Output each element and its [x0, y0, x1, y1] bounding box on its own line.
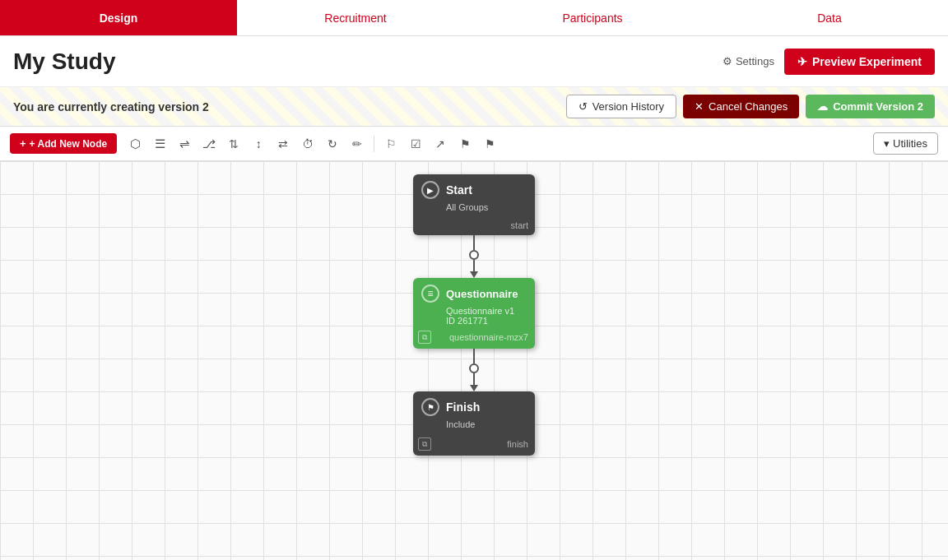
questionnaire-node-icon: ≡: [421, 285, 439, 303]
toolbar-icon-random[interactable]: ⇌: [173, 132, 196, 155]
toolbar-icon-flag-outline[interactable]: ⚐: [379, 132, 402, 155]
toolbar-icon-check[interactable]: ☑: [404, 132, 427, 155]
flow-container: ▶ Start All Groups start ≡ Questionnaire…: [413, 174, 535, 456]
copy-icon[interactable]: ⧉: [418, 331, 431, 344]
toolbar-icon-arrow[interactable]: ↕: [247, 132, 270, 155]
preview-experiment-button[interactable]: ✈ Preview Experiment: [784, 49, 935, 75]
toolbar-icon-clock[interactable]: ⏱: [296, 132, 319, 155]
toolbar-icon-external[interactable]: ↗: [429, 132, 452, 155]
toolbar-icon-tag[interactable]: ✏: [346, 132, 369, 155]
nav-recruitment[interactable]: Recruitment: [237, 0, 474, 35]
chevron-down-icon: ▾: [884, 137, 890, 150]
toolbar-icon-sort[interactable]: ⇅: [222, 132, 245, 155]
toolbar-icon-exchange[interactable]: ⇄: [272, 132, 295, 155]
banner-buttons: ↺ Version History ✕ Cancel Changes ☁ Com…: [566, 95, 935, 118]
questionnaire-node-footer: ⧉ questionnaire-mzx7: [413, 327, 535, 349]
toolbar-icon-list[interactable]: ☰: [148, 132, 171, 155]
finish-node[interactable]: ⚑ Finish Include ⧉ finish: [413, 391, 535, 456]
commit-version-button[interactable]: ☁ Commit Version 2: [806, 95, 935, 118]
nav-participants[interactable]: Participants: [474, 0, 711, 35]
version-history-button[interactable]: ↺ Version History: [566, 95, 676, 118]
add-node-button[interactable]: + + Add New Node: [10, 133, 117, 154]
cloud-icon: ☁: [817, 100, 828, 113]
page-header: My Study ⚙ Settings ✈ Preview Experiment: [0, 36, 948, 87]
canvas: ▶ Start All Groups start ≡ Questionnaire…: [0, 161, 948, 560]
connector-1: [469, 235, 479, 278]
toolbar-separator-1: [374, 136, 374, 152]
toolbar-icon-flag3[interactable]: ⚑: [478, 132, 501, 155]
utilities-button[interactable]: ▾ Utilities: [873, 132, 938, 155]
start-node-title: Start: [446, 183, 472, 197]
cancel-changes-button[interactable]: ✕ Cancel Changes: [683, 95, 799, 118]
questionnaire-node-title: Questionnaire: [446, 288, 518, 300]
finish-node-icon: ⚑: [421, 398, 439, 416]
send-icon: ✈: [797, 55, 807, 68]
connector-2: [469, 349, 479, 391]
page-title: My Study: [13, 49, 115, 75]
nav-data[interactable]: Data: [711, 0, 948, 35]
cancel-icon: ✕: [695, 100, 704, 113]
start-node-icon: ▶: [421, 181, 439, 199]
toolbar-icon-flag2[interactable]: ⚑: [453, 132, 476, 155]
finish-copy-icon[interactable]: ⧉: [418, 437, 431, 451]
toolbar: + + Add New Node ⬡ ☰ ⇌ ⎇ ⇅ ↕ ⇄ ⏱ ↻ ✏ ⚐ ☑…: [0, 127, 948, 161]
questionnaire-node-id: ID 261771: [413, 316, 535, 327]
toolbar-icon-share[interactable]: ⎇: [198, 132, 221, 155]
finish-node-subtitle: Include: [413, 419, 535, 434]
top-nav: Design Recruitment Participants Data: [0, 0, 948, 36]
toolbar-icon-box[interactable]: ⬡: [123, 132, 146, 155]
settings-link[interactable]: ⚙ Settings: [723, 55, 774, 67]
version-message: You are currently creating version 2: [13, 100, 209, 113]
questionnaire-node[interactable]: ≡ Questionnaire Questionnaire v1 ID 2617…: [413, 278, 535, 349]
finish-node-title: Finish: [446, 400, 480, 414]
start-node[interactable]: ▶ Start All Groups start: [413, 174, 535, 235]
finish-node-footer: ⧉ finish: [413, 434, 535, 456]
nav-design[interactable]: Design: [0, 0, 237, 35]
header-actions: ⚙ Settings ✈ Preview Experiment: [723, 49, 935, 75]
gear-icon: ⚙: [723, 55, 732, 67]
version-banner: You are currently creating version 2 ↺ V…: [0, 87, 948, 127]
toolbar-icon-refresh[interactable]: ↻: [321, 132, 344, 155]
start-node-footer: start: [413, 217, 535, 235]
history-icon: ↺: [579, 100, 588, 113]
start-node-subtitle: All Groups: [413, 202, 535, 217]
plus-icon: +: [20, 137, 26, 150]
questionnaire-node-subtitle: Questionnaire v1: [413, 306, 535, 316]
